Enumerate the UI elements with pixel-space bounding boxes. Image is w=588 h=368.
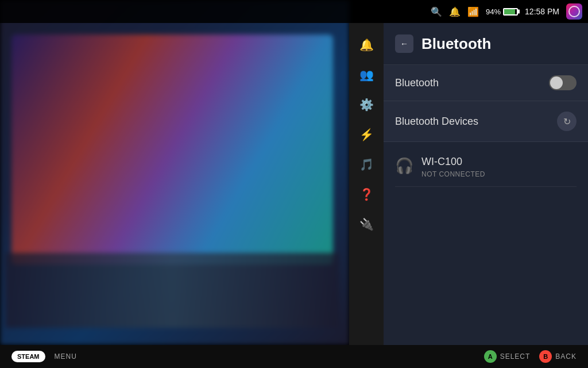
sidebar-item-music[interactable]: 🎵 <box>354 152 379 177</box>
sidebar-item-friends[interactable]: 👥 <box>354 62 379 87</box>
bluetooth-devices-label: Bluetooth Devices <box>395 116 478 128</box>
sidebar-item-help[interactable]: ❓ <box>354 182 379 207</box>
status-bar: 🔍 🔔 📶 94% 12:58 PM <box>0 0 588 23</box>
bluetooth-panel: ← Bluetooth Bluetooth Bluetooth Devices … <box>384 23 588 345</box>
bluetooth-toggle-row[interactable]: Bluetooth <box>384 65 588 101</box>
clock: 12:58 PM <box>525 7 559 16</box>
device-item-wi-c100[interactable]: 🎧 WI-C100 NOT CONNECTED <box>384 148 588 186</box>
b-label: B <box>543 353 548 360</box>
b-button[interactable]: B <box>539 350 552 363</box>
battery-area: 94% <box>486 7 518 16</box>
bell-icon: 🔔 <box>359 38 374 52</box>
bluetooth-toggle[interactable] <box>549 75 577 90</box>
menu-label: MENU <box>55 352 77 361</box>
bluetooth-devices-row[interactable]: Bluetooth Devices ↻ <box>384 101 588 142</box>
background-area <box>0 0 349 345</box>
select-label: SELECT <box>500 352 531 361</box>
headphones-icon: 🎧 <box>395 157 413 175</box>
device-status: NOT CONNECTED <box>421 170 485 178</box>
a-button[interactable]: A <box>484 350 497 363</box>
panel-title: Bluetooth <box>421 35 491 53</box>
bottom-actions: A SELECT B BACK <box>484 350 577 363</box>
toggle-knob <box>550 76 563 89</box>
notification-icon[interactable]: 🔔 <box>449 6 461 17</box>
settings-section: Bluetooth Bluetooth Devices ↻ <box>384 65 588 142</box>
select-action: A SELECT <box>484 350 531 363</box>
back-label: BACK <box>555 352 577 361</box>
search-icon[interactable]: 🔍 <box>431 6 442 17</box>
gear-icon: ⚙️ <box>359 98 374 112</box>
steam-label: STEAM <box>17 353 40 360</box>
back-action: B BACK <box>539 350 577 363</box>
battery-icon <box>503 8 518 16</box>
refresh-button[interactable]: ↻ <box>557 112 577 131</box>
back-arrow-icon: ← <box>400 39 408 48</box>
steam-button[interactable]: STEAM <box>11 351 45 362</box>
power-icon: ⚡ <box>359 128 374 141</box>
music-icon: 🎵 <box>359 158 374 171</box>
controller-icon: 🔌 <box>359 217 374 231</box>
back-button[interactable]: ← <box>395 34 413 53</box>
device-name: WI-C100 <box>421 156 485 168</box>
friends-icon: 👥 <box>359 68 374 82</box>
sidebar-item-settings[interactable]: ⚙️ <box>354 92 379 117</box>
refresh-icon: ↻ <box>563 116 571 127</box>
device-info: WI-C100 NOT CONNECTED <box>421 156 485 178</box>
signal-icon: 📶 <box>467 6 479 17</box>
app-icon <box>566 3 582 20</box>
bottom-bar: STEAM MENU A SELECT B BACK <box>0 345 588 368</box>
a-label: A <box>488 353 493 360</box>
sidebar-item-controller[interactable]: 🔌 <box>354 212 379 237</box>
sidebar: 🔔 👥 ⚙️ ⚡ 🎵 ❓ 🔌 <box>349 23 384 345</box>
bluetooth-toggle-label: Bluetooth <box>395 77 439 89</box>
sidebar-item-power[interactable]: ⚡ <box>354 122 379 147</box>
device-list: 🎧 WI-C100 NOT CONNECTED <box>384 142 588 193</box>
panel-header: ← Bluetooth <box>384 23 588 65</box>
sidebar-item-notification[interactable]: 🔔 <box>354 32 379 57</box>
battery-percent: 94% <box>486 7 501 16</box>
device-divider <box>395 186 577 187</box>
help-icon: ❓ <box>359 187 374 201</box>
